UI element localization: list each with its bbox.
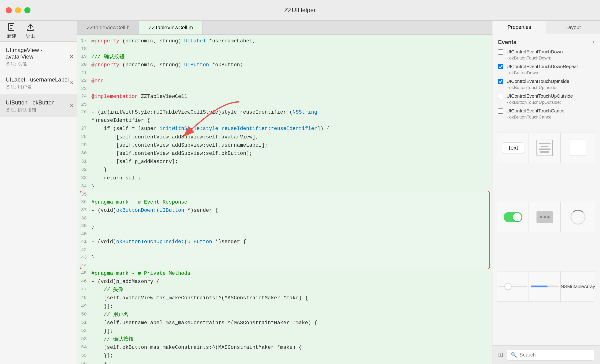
code-line: 47 // 头像 <box>77 286 492 294</box>
view-widget <box>570 140 586 156</box>
image-line-2 <box>541 146 548 147</box>
dots-widget <box>536 211 553 223</box>
sidebar-item-note-1: 备注: 用户名 <box>6 84 72 90</box>
code-line: 26- (id)initWithStyle:(UITableViewCellSt… <box>77 108 492 116</box>
main-layout: UIImageView - avatarView 备注: 头像 × UILabe… <box>0 21 600 364</box>
code-line: *)reuseIdentifier { <box>77 116 492 125</box>
slider-track <box>499 286 527 287</box>
new-icon <box>7 23 16 32</box>
sidebar-item-usernamelabel[interactable]: UILabel - usernameLabel 备注: 用户名 × <box>0 71 77 94</box>
events-section: Events › UIControlEventTouchDown - okBut… <box>492 34 600 128</box>
widget-text-button[interactable]: Text <box>497 133 529 163</box>
widget-spinner[interactable] <box>560 202 595 232</box>
app-title: ZZUIHelper <box>284 7 316 14</box>
progress-widget <box>531 286 559 287</box>
code-line: 32 } <box>77 166 492 174</box>
image-line-4 <box>540 151 549 153</box>
widget-image-view[interactable] <box>529 133 560 163</box>
code-line: 52 }]; <box>77 327 492 335</box>
tab-layout[interactable]: Layout <box>546 21 600 34</box>
dot-3 <box>547 216 550 218</box>
widget-progress[interactable] <box>529 271 560 302</box>
nsmutable-label: NSMutableArray <box>561 284 595 289</box>
code-line: 41- (void)okButtonTouchUpInside:(UIButto… <box>77 238 492 246</box>
code-line: 44 <box>77 262 492 269</box>
code-line: 49 }]; <box>77 302 492 311</box>
code-line: 30 [self.contentView addSubview:self.okB… <box>77 149 492 158</box>
tab-properties[interactable]: Properties <box>492 21 546 34</box>
spinner-widget <box>571 210 585 225</box>
code-line: 24@implementation ZZTableViewCell <box>77 92 492 101</box>
code-line: 34} <box>77 182 492 191</box>
event-checkbox-1[interactable] <box>498 64 503 69</box>
event-name-0: UIControlEventTouchDown <box>506 49 563 55</box>
widget-activity[interactable] <box>529 202 560 232</box>
dot-2 <box>544 216 546 218</box>
code-line: 21 <box>77 69 492 77</box>
toolbar: 新建 导出 <box>0 21 77 42</box>
widget-view[interactable] <box>560 133 595 163</box>
code-line: 46- (void)p_addMasonry { <box>77 278 492 286</box>
event-checkbox-3[interactable] <box>498 94 503 99</box>
widget-switch[interactable] <box>497 202 529 232</box>
progress-track <box>531 286 559 287</box>
event-name-1: UIControlEventTouchDownRepeat <box>506 64 578 69</box>
text-widget[interactable]: Text <box>502 142 524 153</box>
code-line: 22@end <box>77 77 492 85</box>
search-bar[interactable]: 🔍 <box>507 349 594 361</box>
export-button[interactable]: 导出 <box>26 23 35 39</box>
widget-slider[interactable] <box>497 271 529 302</box>
code-line: 33 return self; <box>77 174 492 182</box>
event-item-1: UIControlEventTouchDownRepeat - okButton… <box>498 64 594 75</box>
search-input[interactable] <box>519 352 591 358</box>
code-line: 55 }]; <box>77 352 492 360</box>
code-line: 48 [self.avatarView mas_makeConstraints:… <box>77 294 492 302</box>
sidebar-item-title-0: UIImageView - avatarView <box>6 47 72 60</box>
events-title: Events › <box>498 39 594 46</box>
dot-1 <box>540 216 542 218</box>
code-line: 42 <box>77 246 492 254</box>
code-line: 17@property (nonatomic, strong) UILabel … <box>77 37 492 45</box>
image-widget <box>536 140 553 156</box>
sidebar-item-title-1: UILabel - usernameLabel <box>6 76 72 83</box>
code-line: 20@property (nonatomic, strong) UIButton… <box>77 61 492 69</box>
event-item-0: UIControlEventTouchDown - okButtonTouchD… <box>498 49 594 61</box>
widget-nsmutablearray[interactable]: NSMutableArray <box>560 271 595 302</box>
slider-thumb <box>505 283 511 290</box>
minimize-button[interactable] <box>15 7 21 13</box>
export-icon <box>26 23 35 32</box>
close-button[interactable] <box>6 7 12 13</box>
titlebar: ZZUIHelper <box>0 0 600 21</box>
sidebar-item-avatarview[interactable]: UIImageView - avatarView 备注: 头像 × <box>0 42 77 71</box>
event-checkbox-4[interactable] <box>498 109 503 114</box>
grid-icon[interactable]: ⊞ <box>498 351 503 359</box>
sidebar-item-note-2: 备注: 确认按钮 <box>6 107 72 113</box>
code-line: 36#pragma mark - # Event Response <box>77 198 492 206</box>
event-name-4: UIControlEventTouchCancel <box>506 108 565 114</box>
event-item-2: UIControlEventTouchUpInside - okButtonTo… <box>498 79 594 90</box>
code-line: 18 <box>77 45 492 53</box>
sidebar-item-okbutton[interactable]: UIButton - okButton 备注: 确认按钮 × <box>0 94 77 117</box>
event-checkbox-0[interactable] <box>498 49 503 55</box>
sidebar-item-close-2[interactable]: × <box>70 103 73 109</box>
new-button[interactable]: 新建 <box>7 23 16 39</box>
code-line: 51 [self.usernameLabel mas_makeConstrain… <box>77 319 492 327</box>
toggle-widget <box>504 212 522 222</box>
code-line: 54 [self.okButton mas_makeConstraints:^(… <box>77 343 492 352</box>
event-checkbox-2[interactable] <box>498 79 503 84</box>
sidebar-item-close-1[interactable]: × <box>70 80 73 86</box>
maximize-button[interactable] <box>24 7 30 13</box>
code-content[interactable]: 17@property (nonatomic, strong) UILabel … <box>77 35 492 364</box>
tab-m-file[interactable]: ZZTableViewCell.m <box>139 21 203 35</box>
tab-h-file[interactable]: ZZTableViewCell.h <box>77 21 139 35</box>
sidebar-item-title-2: UIButton - okButton <box>6 99 72 106</box>
slider-widget <box>499 286 527 287</box>
event-handler-1: - okButtonDown: <box>506 70 594 75</box>
sidebar-item-close-0[interactable]: × <box>70 53 73 60</box>
code-line: 35 <box>77 191 492 198</box>
code-line: 39} <box>77 222 492 230</box>
code-line: 43} <box>77 254 492 262</box>
events-chevron[interactable]: › <box>593 39 594 45</box>
search-icon: 🔍 <box>511 352 517 358</box>
image-line-3 <box>539 148 551 150</box>
